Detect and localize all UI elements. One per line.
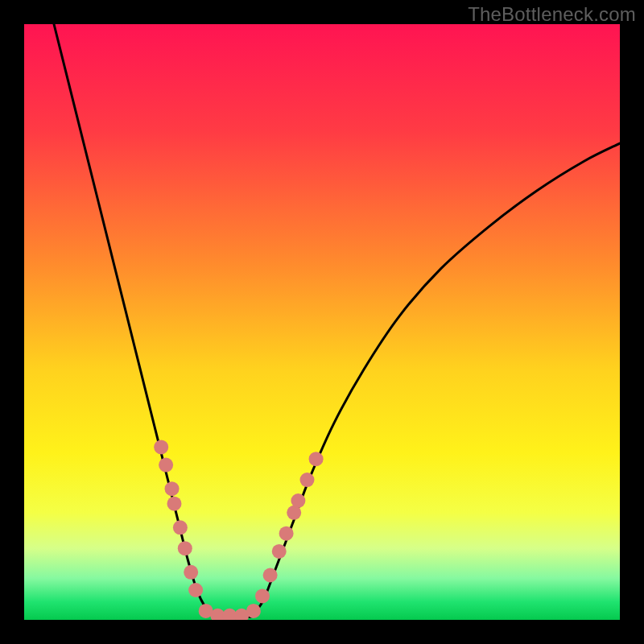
data-marker — [184, 565, 198, 580]
data-marker — [178, 541, 192, 555]
bottleneck-chart — [24, 24, 620, 620]
data-marker — [165, 481, 180, 496]
data-marker — [167, 497, 181, 511]
data-marker — [263, 568, 278, 583]
data-marker — [173, 520, 188, 535]
data-marker — [272, 544, 287, 559]
data-marker — [309, 452, 324, 466]
data-marker — [246, 604, 261, 618]
plot-area — [24, 24, 620, 620]
data-marker — [188, 583, 203, 597]
watermark-text: TheBottleneck.com — [468, 3, 636, 26]
data-marker — [279, 526, 294, 541]
data-marker — [291, 493, 305, 508]
data-marker — [255, 588, 270, 603]
data-marker — [159, 458, 173, 473]
gradient-background — [24, 24, 620, 620]
data-marker — [300, 473, 315, 487]
outer-frame: TheBottleneck.com — [0, 0, 644, 644]
data-marker — [154, 440, 168, 454]
